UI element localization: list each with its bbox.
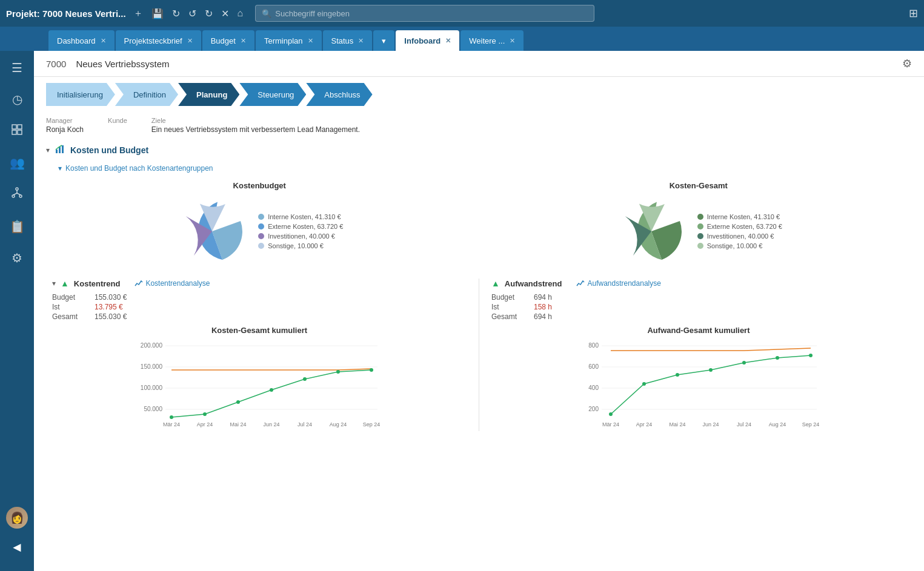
chevron-section-icon: ▾ [46, 146, 50, 154]
kosten-ist-value: 13.795 € [95, 303, 123, 311]
tab-weitere[interactable]: Weitere ... ✕ [460, 30, 523, 51]
svg-point-26 [336, 370, 340, 374]
svg-rect-3 [18, 130, 22, 134]
svg-point-6 [19, 195, 22, 197]
phase-steuerung[interactable]: Steuerung [239, 83, 306, 106]
tab-projektsteckbrief[interactable]: Projektsteckbrief ✕ [116, 30, 201, 51]
legend-interne-label: Interne Kosten, 41.310 € [268, 213, 341, 220]
kosten-gesamt-legend: Interne Kosten, 41.310 € Externe Kosten,… [697, 213, 782, 249]
legend-g-interne-dot [697, 214, 703, 220]
legend-g-investitionen: Investitionen, 40.000 € [697, 233, 782, 240]
chart-link-icon-2 [576, 279, 585, 288]
kosten-gesamt-wrapper: Interne Kosten, 41.310 € Externe Kosten,… [615, 195, 782, 268]
chart-link-icon [135, 279, 143, 288]
kosten-budget-label: Budget [52, 293, 82, 302]
redo-icon[interactable]: ↻ [202, 7, 215, 21]
search-input[interactable] [275, 9, 588, 18]
tab-budget[interactable]: Budget ✕ [202, 30, 254, 51]
chevron-sub-icon: ▾ [58, 164, 62, 173]
aufwandstrendanalyse-link[interactable]: Aufwandstrendanalyse [576, 279, 660, 288]
tab-more-dropdown[interactable]: ▾ [373, 30, 394, 51]
legend-externe-dot [258, 223, 264, 229]
aufwandstrend-header: ▲ Aufwandstrend Aufwandstrendanalyse [491, 279, 906, 288]
svg-point-23 [236, 400, 240, 404]
svg-text:Mär 24: Mär 24 [602, 421, 619, 427]
sidebar-dashboard-icon[interactable] [7, 120, 27, 142]
tab-status-close[interactable]: ✕ [358, 37, 364, 45]
avatar[interactable]: 👩 [6, 507, 28, 529]
main-layout: ☰ ◷ 👥 📋 ⚙ 👩 ◄ 7000 Neues Vertriebssystem… [0, 51, 924, 571]
legend-g-externe-label: Externe Kosten, 63.720 € [707, 223, 782, 230]
tab-budget-close[interactable]: ✕ [241, 37, 246, 45]
sidebar-settings-icon[interactable]: ⚙ [8, 247, 26, 269]
save-icon[interactable]: 💾 [149, 7, 166, 21]
svg-text:Sep 24: Sep 24 [802, 421, 820, 427]
grid-icon[interactable]: ⊞ [909, 7, 918, 20]
svg-point-49 [809, 354, 813, 357]
svg-point-44 [642, 382, 646, 386]
aufwand-budget-row: Budget 694 h [491, 293, 906, 302]
sub-section-kosten[interactable]: ▾ Kosten und Budget nach Kostenartengrup… [34, 162, 924, 175]
tab-projektsteckbrief-close[interactable]: ✕ [187, 37, 193, 45]
phase-definition[interactable]: Definition [115, 83, 178, 106]
kostentrendanalyse-link[interactable]: Kostentrendanalyse [135, 279, 210, 288]
svg-line-9 [17, 193, 21, 195]
aufwand-ist-row: Ist 158 h [491, 303, 906, 311]
kosten-gesamt-value: 155.030 € [95, 312, 127, 321]
phase-initialisierung[interactable]: Initialisierung [46, 83, 115, 106]
tab-terminplan-label: Terminplan [264, 36, 303, 45]
svg-point-43 [609, 412, 613, 416]
legend-investitionen-dot [258, 233, 264, 239]
project-info: Manager Ronja Koch Kunde Ziele Ein neues… [34, 112, 924, 139]
tab-terminplan[interactable]: Terminplan ✕ [256, 30, 322, 51]
trend-divider [479, 279, 479, 431]
svg-line-8 [13, 193, 17, 195]
top-bar-title: Projekt: 7000 Neues Vertri... [6, 8, 126, 19]
phase-planung[interactable]: Planung [178, 83, 239, 106]
kostenbudget-legend: Interne Kosten, 41.310 € Externe Kosten,… [258, 213, 343, 249]
search-icon: 🔍 [262, 9, 271, 18]
tab-weitere-label: Weitere ... [469, 36, 505, 45]
phase-abschluss[interactable]: Abschluss [306, 83, 372, 106]
kostentrend-title: Kostentrend [74, 279, 121, 288]
sidebar-menu-icon[interactable]: ☰ [8, 57, 26, 79]
svg-text:600: 600 [588, 363, 599, 370]
svg-text:200.000: 200.000 [141, 342, 163, 349]
sidebar-history-icon[interactable]: ◷ [8, 88, 26, 110]
legend-externe-label: Externe Kosten, 63.720 € [268, 223, 343, 230]
tab-infoboard-close[interactable]: ✕ [445, 37, 451, 45]
sub-section-title: Kosten und Budget nach Kostenartengruppe… [65, 164, 213, 173]
project-settings-icon[interactable]: ⚙ [902, 57, 912, 70]
tab-dashboard-label: Dashboard [57, 36, 96, 45]
close-icon[interactable]: ✕ [219, 7, 231, 21]
kosten-gesamt-chart: Kosten-Gesamt Interne Kosten, [485, 181, 912, 268]
aufwandstrend-col: ▲ Aufwandstrend Aufwandstrendanalyse Bud… [485, 279, 912, 431]
sidebar-pointer-icon[interactable]: ◄ [7, 536, 27, 559]
tab-dashboard-close[interactable]: ✕ [101, 37, 106, 45]
sidebar-report-icon[interactable]: 📋 [6, 216, 28, 237]
manager-label: Manager [46, 117, 84, 124]
tab-projektsteckbrief-label: Projektsteckbrief [124, 36, 182, 45]
tab-infoboard[interactable]: Infoboard ✕ [396, 30, 459, 51]
sidebar-hierarchy-icon[interactable] [7, 183, 27, 206]
add-icon[interactable]: ＋ [131, 6, 145, 21]
refresh-icon[interactable]: ↻ [170, 7, 182, 21]
svg-text:Aug 24: Aug 24 [330, 421, 347, 427]
kosten-ist-row: Ist 13.795 € [52, 303, 467, 311]
undo-icon[interactable]: ↺ [186, 7, 199, 21]
home-icon[interactable]: ⌂ [235, 7, 246, 20]
aufwandstrend-stats: Budget 694 h Ist 158 h Gesamt 694 h [491, 293, 906, 321]
top-bar: Projekt: 7000 Neues Vertri... ＋ 💾 ↻ ↺ ↻ … [0, 0, 924, 27]
kunde-label: Kunde [108, 117, 127, 124]
ziele-value: Ein neues Vertriebssystem mit verbessert… [151, 125, 360, 134]
kosten-budget-row: Budget 155.030 € [52, 293, 467, 302]
svg-point-47 [742, 361, 746, 365]
tab-terminplan-close[interactable]: ✕ [308, 37, 313, 45]
sidebar-people-icon[interactable]: 👥 [6, 152, 28, 174]
tab-status[interactable]: Status ✕ [323, 30, 373, 51]
tab-budget-label: Budget [211, 36, 236, 45]
tab-weitere-close[interactable]: ✕ [510, 37, 515, 45]
tab-dashboard[interactable]: Dashboard ✕ [48, 30, 115, 51]
section-kosten-header[interactable]: ▾ Kosten und Budget [34, 139, 924, 162]
svg-rect-2 [12, 130, 16, 134]
